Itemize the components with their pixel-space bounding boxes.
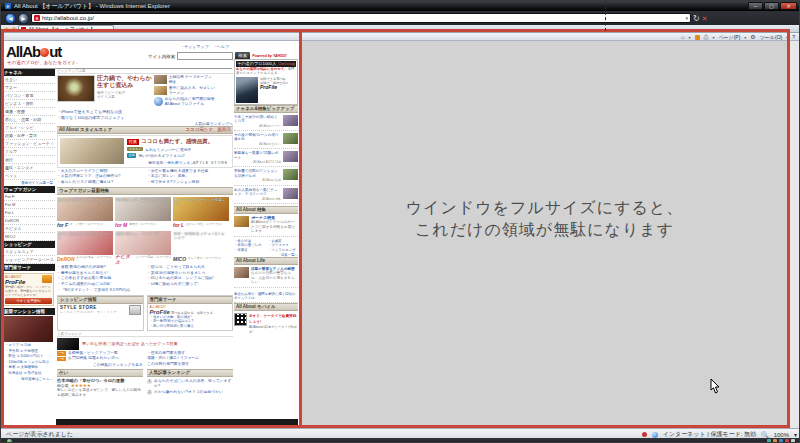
pickup-article[interactable]: あの人気商品を一気にチェック、テラスハウスAll About 特集 xyxy=(234,188,298,204)
url-text[interactable]: http://allabout.co.jp/ xyxy=(42,15,94,21)
sidebar-magazine-item[interactable]: MICO xyxy=(2,233,55,241)
sidebar-channel-item[interactable]: ビジネス・資格 xyxy=(2,100,55,108)
article-link[interactable]: ・暮らしのリスク回避に備えは? xyxy=(57,180,143,186)
sidebar-magazine-item[interactable]: チビタス xyxy=(2,225,55,233)
mansion-more-link[interactable]: 毎日更新はこちら… xyxy=(2,376,55,382)
feature-more-link[interactable]: この特集のランキングを見る xyxy=(57,362,143,367)
tokushu-feature[interactable]: ボーナス特集All Aboutガイドからのボーナスに関する情報をお届けします。 xyxy=(234,216,298,237)
address-dropdown-icon[interactable]: ▾ xyxy=(685,15,688,21)
article-link[interactable]: ・何で決まる?マンション売却 xyxy=(147,180,233,186)
help-menu[interactable]: ? xyxy=(792,34,795,40)
store-row[interactable]: 注目想いが伝わるギフトえらび xyxy=(127,153,230,158)
forward-button[interactable]: ► xyxy=(18,13,29,24)
profile-promo-box[interactable]: ALL ABOUT ProFile 専門家へ相談したり、メッセージを送れる。専門… xyxy=(3,273,54,306)
store-row[interactable]: オススメもれなくメンバーに還元中 xyxy=(127,147,230,152)
tray-icon[interactable] xyxy=(779,439,783,443)
search-input[interactable] xyxy=(177,52,233,60)
pickup-article[interactable]: 新型車を一気乗り!試乗レポートAll About AUTO Club xyxy=(234,151,298,167)
print-dropdown-icon[interactable]: ▾ xyxy=(712,35,714,40)
header-link[interactable]: ・ヘルプ xyxy=(213,44,229,49)
pickup-article[interactable]: 首都圏で話題のマンションを記者がルポAll About 賃貸 xyxy=(234,169,298,185)
sidebar-shopping-item[interactable]: ショッピングデータベース xyxy=(2,256,55,264)
pickup-item[interactable]: あなたの悩みに専門家の回答 All About プロファイル xyxy=(154,97,216,106)
feature-article[interactable]: 圧力鍋で、やわらか生すじ煮込み 簡単スピード料理ガイド記事 土鍋活用 チーズオー… xyxy=(57,75,233,108)
magazine-brand-logo[interactable]: for L xyxy=(173,222,184,228)
magazine-brand-logo[interactable]: for F xyxy=(57,222,68,228)
stop-icon[interactable]: ✕ xyxy=(702,13,708,24)
style-store-feature[interactable]: 特集ココロも満たす、感情品質。 オススメもれなくメンバーに還元中 注目想いが伝わ… xyxy=(57,135,233,168)
tray-icon[interactable] xyxy=(785,439,789,443)
minimize-button[interactable]: ─ xyxy=(748,2,763,10)
sidebar-channel-item[interactable]: 健康・医療 xyxy=(2,108,55,116)
home-icon[interactable]: ⌂ xyxy=(681,33,685,41)
feeds-icon[interactable] xyxy=(695,35,700,40)
profile-logo[interactable]: ProFile xyxy=(260,84,277,90)
expert-link[interactable]: この分野の専門家を探す xyxy=(147,362,233,368)
sidebar-magazine-item[interactable]: For M xyxy=(2,201,55,209)
home-dropdown-icon[interactable]: ▾ xyxy=(689,35,691,40)
sidebar-channel-item[interactable]: ファッション・ビューティ xyxy=(2,140,55,148)
life-feature[interactable]: 話題が豊富なアノ人の秘密なんだか話題が豊富な人は、人生何かと得をするらしい xyxy=(234,267,298,288)
sidebar-channel-item[interactable]: グルメ・レシピ xyxy=(2,124,55,132)
pickup-article[interactable]: その後が勝負!ローンの借り換え術All About 住まい xyxy=(234,133,298,149)
feature-photo[interactable] xyxy=(57,75,95,102)
article-link[interactable]: ・記憶に留められずに困って! xyxy=(147,282,233,288)
tokushu-link[interactable]: ・年賀状 xyxy=(234,248,264,253)
zoom-icon[interactable]: 🔍 xyxy=(761,431,769,438)
pickup-item[interactable]: 夜中に染み入る、やさしいラーメン xyxy=(154,86,216,95)
magazine-tile[interactable]: 艶髪・艶肌復活 クチコミ&スキンケア MICOキレイ磨き ウェブマガジン xyxy=(173,231,229,263)
expert-link[interactable]: ・思い切り防犯窓に取り替え xyxy=(150,324,231,329)
page-dropdown-icon[interactable]: ▾ xyxy=(744,35,746,40)
ranking-item[interactable]: 1あなたのそばにいる人の本音、知っていますか? xyxy=(147,379,233,388)
tray-icon[interactable] xyxy=(791,439,795,443)
system-tray[interactable] xyxy=(767,439,795,443)
pickup-item[interactable]: 土鍋活用 チーズオーブン焼き xyxy=(154,75,216,84)
store-bar-link[interactable]: ココロ満たす、新商品 xyxy=(185,127,231,133)
sidebar-channel-item[interactable]: 旅行 xyxy=(2,156,55,164)
zoom-level[interactable]: 100% xyxy=(774,432,789,438)
store-headline[interactable]: ココロも満たす、感情品質。 xyxy=(141,138,213,145)
article-link[interactable]: ・「NOダイエット」で実現する1万円の話 xyxy=(57,288,143,294)
close-button[interactable]: ✕ xyxy=(780,2,797,10)
sidebar-channel-item[interactable]: 趣味・エンタメ xyxy=(2,164,55,172)
ranking-item[interactable]: 2だから嫌われない!?オトコの目線づかい xyxy=(147,390,233,395)
magazine-brand-logo[interactable]: for M xyxy=(115,222,127,228)
mansion-photo[interactable] xyxy=(4,316,53,342)
magazine-tile[interactable]: 男の肌メンテ、朝のテクニック for M男磨き ウェブマガジン xyxy=(115,197,171,229)
sidebar-channel-item[interactable]: 住まい xyxy=(2,76,55,84)
sidebar-channel-item[interactable]: ペット xyxy=(2,172,55,180)
register-button[interactable]: 今すぐ会員登録 xyxy=(5,298,52,304)
phishing-filter-icon[interactable] xyxy=(642,432,647,437)
sidebar-magazine-item[interactable]: For L xyxy=(2,209,55,217)
header-link[interactable]: ・サイトマップ xyxy=(180,44,209,49)
refresh-icon[interactable]: ↻ xyxy=(693,13,700,24)
allabout-logo[interactable]: AllAbut xyxy=(6,44,61,59)
back-button[interactable]: ◄ xyxy=(5,13,16,24)
profile-logo[interactable]: ProFile xyxy=(150,309,170,315)
sidebar-channel-item[interactable]: クルマ xyxy=(2,148,55,156)
sidebar-magazine-item[interactable]: For F xyxy=(2,193,55,201)
title-bar[interactable]: eAll About 【オールアバウト】 - Windows Internet … xyxy=(1,1,800,11)
print-icon[interactable]: ⎙ xyxy=(704,33,709,41)
hot-feature[interactable]: 寒い日も快適に!身体ぽっかぽか あったかグッズ特集 xyxy=(57,338,233,350)
zoom-dropdown-icon[interactable]: ▾ xyxy=(794,431,797,438)
tools-menu[interactable]: ツール(O) xyxy=(760,34,782,40)
magazine-brand-logo[interactable]: MICO xyxy=(173,256,186,262)
address-bar[interactable]: a http://allabout.co.jp/ ▾ xyxy=(31,13,691,23)
maximize-button[interactable]: ▢ xyxy=(764,2,779,10)
pickup-article[interactable]: 今年こそ家計の賢い締めくくり方All About マネー xyxy=(234,115,298,131)
sidebar-channel-item[interactable]: マネー xyxy=(2,84,55,92)
start-orb[interactable] xyxy=(7,439,12,443)
sidebar-channel-item[interactable]: 妊娠・出産・育児 xyxy=(2,132,55,140)
magazine-brand-logo[interactable]: DeRON xyxy=(57,256,75,262)
magazine-tile[interactable]: みんなと話せる パーティレシピ for Fオンナ磨き ウェブマガジン xyxy=(57,197,113,229)
os-taskbar[interactable] xyxy=(1,438,800,443)
magazine-tile[interactable]: 妻のリアルクローゼット拝見します for Lはたらく女性 ウェブマガジン xyxy=(173,197,229,229)
page-menu[interactable]: ページ(P) xyxy=(718,34,740,40)
sidebar-channel-item[interactable]: 暮らし・恋愛・結婚 xyxy=(2,116,55,124)
sidebar-shopping-item[interactable]: スタイルストア xyxy=(2,248,55,256)
life-link[interactable]: 身近な表現で、難問も解決に導く回答のポイントとは xyxy=(234,290,298,304)
sidebar-channel-item[interactable]: パソコン・家電 xyxy=(2,92,55,100)
tray-icon[interactable] xyxy=(773,439,777,443)
sidebar-magazine-item[interactable]: DeRON xyxy=(2,217,55,225)
